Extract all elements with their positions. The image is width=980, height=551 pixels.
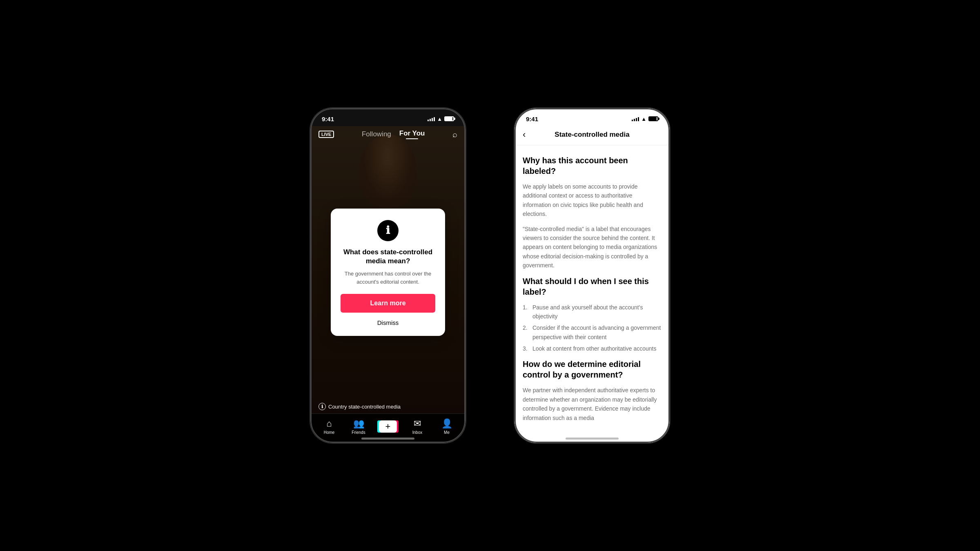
friends-icon: 👥 [353, 418, 364, 429]
signal-bar-3 [432, 118, 433, 121]
home-indicator-right [566, 438, 619, 440]
signal-bar-1 [428, 120, 429, 121]
battery-fill [445, 117, 452, 120]
signal-bar-r4 [638, 117, 639, 121]
page-content: Why has this account been labeled? We ap… [514, 145, 670, 438]
list-text-1: Pause and ask yourself about the account… [532, 303, 662, 321]
wifi-icon-right: ▲ [641, 116, 646, 122]
modal-title: What does state-controlled media mean? [341, 248, 435, 266]
signal-bar-2 [430, 119, 431, 121]
battery-icon [444, 116, 454, 121]
list-num-2: 2. [523, 323, 529, 342]
home-icon: ⌂ [326, 418, 332, 429]
battery-icon-right [648, 116, 658, 121]
status-bar-right: 9:41 ▲ [514, 108, 670, 126]
nav-create[interactable]: + [373, 420, 403, 433]
wifi-icon: ▲ [437, 116, 442, 122]
create-button[interactable]: + [379, 420, 397, 433]
me-label: Me [444, 430, 450, 435]
nav-friends[interactable]: 👥 Friends [344, 418, 373, 435]
section-1-title: Why has this account been labeled? [523, 155, 662, 176]
list-item-2: 2. Consider if the account is advancing … [523, 323, 662, 342]
signal-bars-left [428, 116, 435, 121]
section-1-body2: "State-controlled media" is a label that… [523, 224, 662, 270]
list-text-3: Look at content from other authoritative… [532, 344, 657, 353]
page-header: ‹ State-controlled media [514, 126, 670, 145]
dismiss-button[interactable]: Dismiss [376, 318, 401, 328]
list-text-2: Consider if the account is advancing a g… [532, 323, 662, 342]
section-2-title: What should I do when I see this label? [523, 276, 662, 297]
signal-bar-4 [434, 117, 435, 121]
page-title: State-controlled media [535, 131, 649, 139]
modal-description: The government has control over the acco… [341, 270, 435, 286]
signal-bar-r2 [634, 119, 635, 121]
nav-home[interactable]: ⌂ Home [314, 418, 344, 435]
section-3-title: How do we determine editorial control by… [523, 359, 662, 380]
inbox-label: Inbox [412, 430, 422, 435]
modal-card: ℹ What does state-controlled media mean?… [331, 209, 445, 336]
status-icons-right: ▲ [632, 116, 658, 122]
home-label: Home [324, 430, 335, 435]
signal-bars-right [632, 116, 639, 121]
time-right: 9:41 [526, 116, 538, 122]
me-icon: 👤 [441, 418, 452, 429]
nav-me[interactable]: 👤 Me [432, 418, 461, 435]
list-item-1: 1. Pause and ask yourself about the acco… [523, 303, 662, 321]
signal-bar-r1 [632, 120, 633, 121]
signal-bar-r3 [636, 118, 637, 121]
status-icons-left: ▲ [428, 116, 454, 122]
phone-left: 9:41 ▲ LIVE [310, 108, 466, 443]
plus-inner: + [379, 420, 397, 433]
battery-fill-right [649, 117, 657, 120]
time-left: 9:41 [322, 116, 334, 122]
section-2-list: 1. Pause and ask yourself about the acco… [523, 303, 662, 353]
back-button[interactable]: ‹ [523, 129, 535, 140]
list-num-3: 3. [523, 344, 529, 353]
phone-right: 9:41 ▲ ‹ State-controlled media [514, 108, 670, 443]
nav-inbox[interactable]: ✉ Inbox [403, 418, 432, 435]
modal-overlay: ℹ What does state-controlled media mean?… [310, 126, 466, 418]
learn-more-button[interactable]: Learn more [341, 294, 435, 313]
friends-label: Friends [352, 430, 365, 435]
list-item-3: 3. Look at content from other authoritat… [523, 344, 662, 353]
inbox-icon: ✉ [414, 418, 421, 429]
list-num-1: 1. [523, 303, 529, 321]
home-indicator-left [361, 438, 414, 440]
status-bar-left: 9:41 ▲ [310, 108, 466, 126]
section-3-body1: We partner with independent authoritativ… [523, 386, 662, 422]
section-1-body1: We apply labels on some accounts to prov… [523, 182, 662, 219]
info-icon: ℹ [377, 220, 399, 241]
